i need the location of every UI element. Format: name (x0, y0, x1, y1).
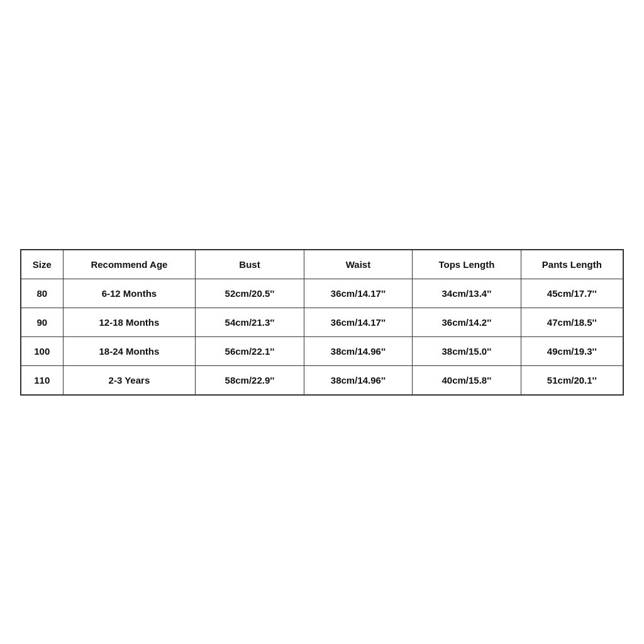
cell-tops-length: 34cm/13.4'' (413, 279, 521, 308)
table-row: 1102-3 Years58cm/22.9''38cm/14.96''40cm/… (21, 365, 623, 395)
cell-bust: 58cm/22.9'' (196, 365, 304, 395)
cell-bust: 56cm/22.1'' (196, 336, 304, 365)
cell-waist: 36cm/14.17'' (304, 279, 412, 308)
cell-pants-length: 47cm/18.5'' (521, 308, 623, 336)
cell-pants-length: 45cm/17.7'' (521, 279, 623, 308)
table-row: 10018-24 Months56cm/22.1''38cm/14.96''38… (21, 336, 623, 365)
cell-age: 6-12 Months (63, 279, 196, 308)
header-bust: Bust (196, 250, 304, 279)
cell-tops-length: 40cm/15.8'' (413, 365, 521, 395)
cell-waist: 36cm/14.17'' (304, 308, 412, 336)
cell-age: 12-18 Months (63, 308, 196, 336)
table-row: 9012-18 Months54cm/21.3''36cm/14.17''36c… (21, 308, 623, 336)
cell-size: 90 (21, 308, 63, 336)
cell-age: 2-3 Years (63, 365, 196, 395)
cell-size: 80 (21, 279, 63, 308)
table-header-row: Size Recommend Age Bust Waist Tops Lengt… (21, 250, 623, 279)
table-row: 806-12 Months52cm/20.5''36cm/14.17''34cm… (21, 279, 623, 308)
cell-age: 18-24 Months (63, 336, 196, 365)
size-chart-table: Size Recommend Age Bust Waist Tops Lengt… (20, 249, 624, 396)
cell-waist: 38cm/14.96'' (304, 365, 412, 395)
cell-size: 110 (21, 365, 63, 395)
cell-tops-length: 36cm/14.2'' (413, 308, 521, 336)
header-recommend-age: Recommend Age (63, 250, 196, 279)
cell-bust: 54cm/21.3'' (196, 308, 304, 336)
header-pants-length: Pants Length (521, 250, 623, 279)
cell-pants-length: 51cm/20.1'' (521, 365, 623, 395)
cell-bust: 52cm/20.5'' (196, 279, 304, 308)
header-tops-length: Tops Length (413, 250, 521, 279)
size-chart-container: Size Recommend Age Bust Waist Tops Lengt… (20, 249, 624, 396)
cell-size: 100 (21, 336, 63, 365)
cell-waist: 38cm/14.96'' (304, 336, 412, 365)
cell-tops-length: 38cm/15.0'' (413, 336, 521, 365)
cell-pants-length: 49cm/19.3'' (521, 336, 623, 365)
header-size: Size (21, 250, 63, 279)
header-waist: Waist (304, 250, 412, 279)
